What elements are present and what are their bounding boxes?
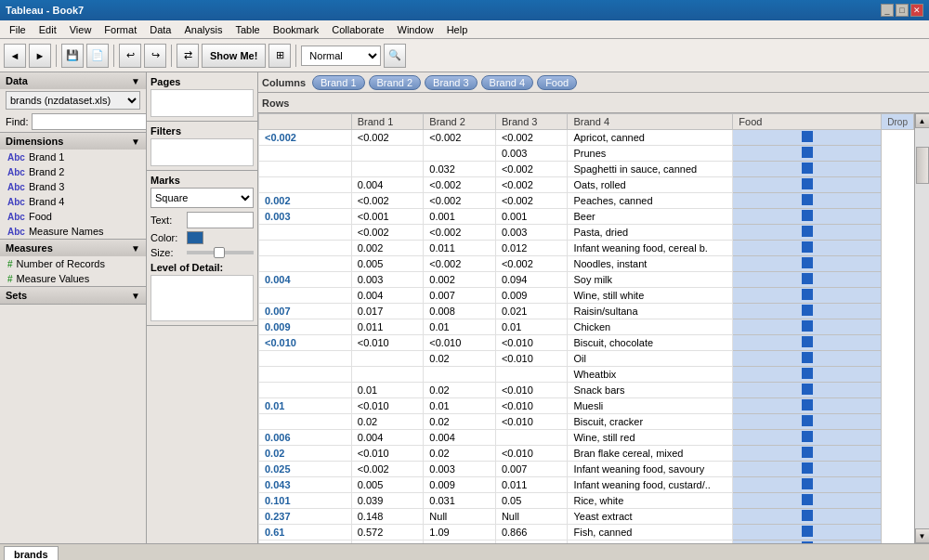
marks-size-thumb[interactable] <box>214 247 225 258</box>
cell-drop-25[interactable] <box>733 525 882 540</box>
drop-square-7[interactable] <box>802 241 813 253</box>
drop-square-8[interactable] <box>802 257 813 268</box>
new-button[interactable]: 📄 <box>86 44 109 68</box>
table-row[interactable]: 0.02<0.0100.02<0.010Bran flake cereal, m… <box>259 446 914 462</box>
cell-drop-17[interactable] <box>733 398 882 414</box>
drop-square-6[interactable] <box>802 226 813 237</box>
cell-drop-8[interactable] <box>733 256 882 272</box>
drop-square-18[interactable] <box>802 415 813 426</box>
cell-drop-15[interactable] <box>733 367 882 383</box>
menu-item-table[interactable]: Table <box>229 22 265 37</box>
table-row[interactable]: 0.610.5721.090.866Fish, canned <box>259 525 914 540</box>
table-row[interactable]: <0.010<0.010<0.010<0.010Biscuit, chocola… <box>259 335 914 351</box>
column-pill-brand3[interactable]: Brand 3 <box>425 75 478 90</box>
back-button[interactable]: ◄ <box>4 44 26 68</box>
scroll-up-button[interactable]: ▲ <box>915 113 930 128</box>
cell-drop-24[interactable] <box>733 509 882 525</box>
table-row[interactable]: 0.010.02<0.010Snack bars <box>259 383 914 398</box>
table-row[interactable]: 0.0070.0170.0080.021Raisin/sultana <box>259 304 914 319</box>
drop-square-11[interactable] <box>802 305 813 316</box>
drop-square-2[interactable] <box>802 163 813 174</box>
cell-drop-3[interactable] <box>733 177 882 193</box>
drop-square-4[interactable] <box>802 194 813 205</box>
drop-square-23[interactable] <box>802 494 813 505</box>
table-row[interactable]: 0.0090.0110.010.01Chicken <box>259 319 914 335</box>
marks-text-input[interactable] <box>187 212 254 228</box>
table-row[interactable]: Wheatbix <box>259 367 914 383</box>
drop-square-1[interactable] <box>802 147 813 158</box>
scroll-down-button[interactable]: ▼ <box>915 528 930 543</box>
measures-header[interactable]: Measures ▼ <box>0 240 146 256</box>
drop-square-10[interactable] <box>802 289 813 300</box>
sets-header[interactable]: Sets ▼ <box>0 287 146 304</box>
vertical-scrollbar[interactable]: ▲ ▼ <box>914 113 929 543</box>
menu-item-edit[interactable]: Edit <box>33 22 62 37</box>
table-row[interactable]: 0.0020.0110.012Infant weaning food, cere… <box>259 241 914 256</box>
cell-drop-26[interactable] <box>733 540 882 544</box>
undo-button[interactable]: ↩ <box>119 44 141 68</box>
table-row[interactable]: 0.8730.7270.4850.79Fish fingers <box>259 540 914 544</box>
table-row[interactable]: 0.01<0.0100.01<0.010Muesli <box>259 398 914 414</box>
scroll-track[interactable] <box>915 128 930 528</box>
cell-drop-14[interactable] <box>733 351 882 367</box>
drop-square-5[interactable] <box>802 210 813 221</box>
table-row[interactable]: 0.032<0.002Spaghetti in sauce, canned <box>259 162 914 177</box>
drop-square-15[interactable] <box>802 368 813 379</box>
drop-square-14[interactable] <box>802 352 813 363</box>
drop-square-13[interactable] <box>802 336 813 347</box>
table-row[interactable]: <0.002<0.0020.003Pasta, dried <box>259 225 914 241</box>
minimize-button[interactable]: _ <box>881 4 894 17</box>
pages-drop-area[interactable] <box>150 89 254 117</box>
data-source-select[interactable]: brands (nzdataset.xls) <box>6 91 140 110</box>
drop-square-20[interactable] <box>802 447 813 458</box>
maximize-button[interactable]: □ <box>896 4 909 17</box>
cell-drop-0[interactable] <box>733 130 882 146</box>
drop-square-25[interactable] <box>802 526 813 537</box>
measure-values[interactable]: # Measure Values <box>0 271 146 286</box>
cell-drop-9[interactable] <box>733 272 882 288</box>
dim-brand2[interactable]: Abc Brand 2 <box>0 164 146 179</box>
cell-drop-6[interactable] <box>733 225 882 241</box>
forward-button[interactable]: ► <box>29 44 51 68</box>
drop-square-21[interactable] <box>802 462 813 474</box>
column-pill-food[interactable]: Food <box>537 75 577 90</box>
cell-drop-16[interactable] <box>733 383 882 398</box>
filters-drop-area[interactable] <box>150 138 254 166</box>
swap-button[interactable]: ⇄ <box>177 44 199 68</box>
data-header[interactable]: Data ▼ <box>0 72 146 89</box>
marks-size-slider[interactable] <box>187 251 254 254</box>
cell-drop-12[interactable] <box>733 319 882 335</box>
menu-item-bookmark[interactable]: Bookmark <box>268 22 325 37</box>
table-row[interactable]: 0.0060.0040.004Wine, still red <box>259 430 914 446</box>
tooltip-button[interactable]: 🔍 <box>384 44 406 68</box>
table-row[interactable]: 0.003<0.0010.0010.001Beer <box>259 209 914 225</box>
cell-drop-19[interactable] <box>733 430 882 446</box>
cell-drop-7[interactable] <box>733 241 882 256</box>
menu-item-help[interactable]: Help <box>441 22 474 37</box>
table-row[interactable]: <0.002<0.002<0.002<0.002Apricot, canned <box>259 130 914 146</box>
dim-brand1[interactable]: Abc Brand 1 <box>0 150 146 164</box>
scroll-thumb[interactable] <box>916 147 929 184</box>
column-pill-brand2[interactable]: Brand 2 <box>369 75 422 90</box>
cell-drop-11[interactable] <box>733 304 882 319</box>
drop-square-12[interactable] <box>802 320 813 332</box>
table-container[interactable]: Brand 1 Brand 2 Brand 3 Brand 4 Food Dro… <box>258 113 914 543</box>
view-select[interactable]: Normal Fit Width Fit Height Entire View <box>301 46 381 66</box>
save-button[interactable]: 💾 <box>61 44 84 68</box>
dim-brand4[interactable]: Abc Brand 4 <box>0 194 146 209</box>
dim-brand3[interactable]: Abc Brand 3 <box>0 179 146 194</box>
cell-drop-22[interactable] <box>733 477 882 493</box>
table-row[interactable]: 0.004<0.002<0.002Oats, rolled <box>259 177 914 193</box>
cell-drop-20[interactable] <box>733 446 882 462</box>
close-button[interactable]: ✕ <box>910 4 923 17</box>
cell-drop-2[interactable] <box>733 162 882 177</box>
table-row[interactable]: 0.02<0.010Oil <box>259 351 914 367</box>
cell-drop-18[interactable] <box>733 414 882 430</box>
menu-item-data[interactable]: Data <box>144 22 177 37</box>
marks-color-swatch[interactable] <box>187 231 203 244</box>
table-row[interactable]: 0.025<0.0020.0030.007Infant weaning food… <box>259 462 914 477</box>
cell-drop-4[interactable] <box>733 193 882 209</box>
drop-square-26[interactable] <box>802 541 813 543</box>
dimensions-header[interactable]: Dimensions ▼ <box>0 133 146 150</box>
menu-item-format[interactable]: Format <box>98 22 142 37</box>
